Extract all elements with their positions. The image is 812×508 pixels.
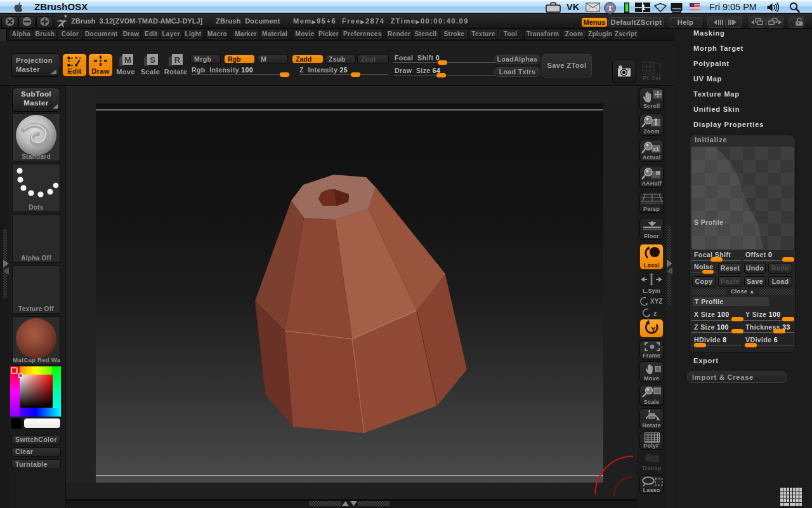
svg-text:Y: Y	[651, 326, 656, 333]
svg-text:T: T	[607, 3, 613, 13]
svg-text:S: S	[150, 55, 155, 65]
svg-text:XYZ: XYZ	[650, 298, 662, 305]
svg-text:z: z	[653, 309, 657, 317]
svg-text:R: R	[174, 55, 181, 65]
svg-text:1: 1	[641, 3, 646, 12]
svg-text:M: M	[124, 55, 131, 65]
svg-text:x1: x1	[653, 146, 659, 152]
